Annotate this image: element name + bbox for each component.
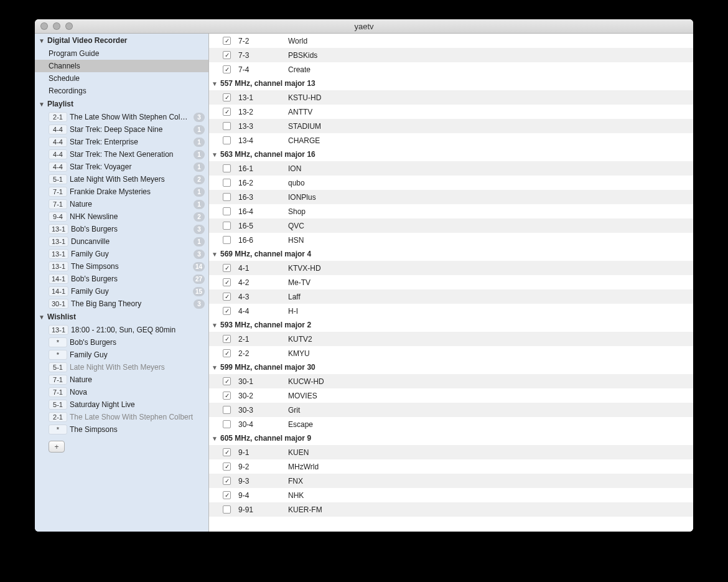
channel-checkbox[interactable] (223, 193, 231, 201)
sidebar-item-program-guide[interactable]: Program Guide (35, 47, 208, 60)
disclosure-triangle-icon[interactable]: ▼ (212, 364, 219, 371)
frequency-group-header[interactable]: ▼605 MHz, channel major 9 (209, 431, 693, 445)
section-header[interactable]: ▼Wishlist (35, 310, 208, 324)
channel-checkbox[interactable] (223, 136, 231, 144)
wishlist-item[interactable]: *The Simpsons (35, 423, 208, 436)
wishlist-item[interactable]: 7-1Nova (35, 386, 208, 398)
playlist-item[interactable]: 13-1The Simpsons14 (35, 260, 208, 273)
channel-checkbox[interactable] (223, 179, 231, 187)
channel-checkbox[interactable]: ✓ (223, 264, 231, 272)
channel-row[interactable]: ✓30-1KUCW-HD (209, 374, 693, 388)
playlist-item[interactable]: 30-1The Big Bang Theory3 (35, 298, 208, 310)
channel-row[interactable]: 16-3IONPlus (209, 190, 693, 204)
disclosure-triangle-icon[interactable]: ▼ (39, 314, 46, 321)
channel-checkbox[interactable]: ✓ (223, 392, 231, 400)
channel-row[interactable]: ✓4-1KTVX-HD (209, 261, 693, 275)
channel-row[interactable]: 13-3STADIUM (209, 119, 693, 133)
channel-row[interactable]: ✓2-2KMYU (209, 346, 693, 360)
channel-checkbox[interactable] (223, 420, 231, 428)
section-header[interactable]: ▼Playlist (35, 97, 208, 111)
channel-row[interactable]: ✓4-2Me-TV (209, 275, 693, 289)
channel-row[interactable]: ✓13-2ANTTV (209, 105, 693, 119)
channel-checkbox[interactable] (223, 406, 231, 414)
disclosure-triangle-icon[interactable]: ▼ (39, 37, 46, 44)
channel-checkbox[interactable] (223, 236, 231, 244)
playlist-item[interactable]: 9-4NHK Newsline2 (35, 210, 208, 223)
channel-checkbox[interactable] (223, 164, 231, 172)
disclosure-triangle-icon[interactable]: ▼ (39, 101, 46, 108)
disclosure-triangle-icon[interactable]: ▼ (212, 322, 219, 329)
channel-checkbox[interactable]: ✓ (223, 37, 231, 45)
channel-checkbox[interactable]: ✓ (223, 108, 231, 116)
channel-row[interactable]: 9-91KUER-FM (209, 502, 693, 517)
frequency-group-header[interactable]: ▼599 MHz, channel major 30 (209, 360, 693, 374)
channel-checkbox[interactable] (223, 222, 231, 230)
channel-row[interactable]: ✓9-3FNX (209, 474, 693, 488)
frequency-group-header[interactable]: ▼563 MHz, channel major 16 (209, 148, 693, 161)
playlist-item[interactable]: 7-1Frankie Drake Mysteries1 (35, 185, 208, 198)
channel-checkbox[interactable]: ✓ (223, 51, 231, 59)
channel-checkbox[interactable]: ✓ (223, 491, 231, 499)
disclosure-triangle-icon[interactable]: ▼ (212, 251, 219, 258)
channel-row[interactable]: 13-4CHARGE (209, 133, 693, 148)
channel-row[interactable]: 16-1ION (209, 161, 693, 176)
channel-row[interactable]: ✓7-2World (209, 34, 693, 48)
channel-checkbox[interactable]: ✓ (223, 65, 231, 73)
wishlist-item[interactable]: 7-1Nature (35, 373, 208, 386)
channel-row[interactable]: ✓2-1KUTV2 (209, 332, 693, 346)
playlist-item[interactable]: 4-4Star Trek: Voyager1 (35, 161, 208, 173)
playlist-item[interactable]: 4-4Star Trek: Deep Space Nine1 (35, 123, 208, 136)
wishlist-item[interactable]: *Family Guy (35, 349, 208, 361)
wishlist-item[interactable]: *Bob's Burgers (35, 336, 208, 349)
channel-checkbox[interactable]: ✓ (223, 335, 231, 343)
playlist-item[interactable]: 4-4Star Trek: The Next Generation1 (35, 148, 208, 161)
titlebar[interactable]: yaetv (35, 19, 693, 34)
channel-checkbox[interactable]: ✓ (223, 448, 231, 456)
channel-checkbox[interactable]: ✓ (223, 349, 231, 357)
channel-checkbox[interactable]: ✓ (223, 307, 231, 315)
wishlist-item[interactable]: 5-1Late Night With Seth Meyers (35, 361, 208, 373)
sidebar-item-channels[interactable]: Channels (35, 60, 208, 72)
playlist-item[interactable]: 4-4Star Trek: Enterprise1 (35, 136, 208, 148)
channel-row[interactable]: ✓9-2MHzWrld (209, 459, 693, 474)
playlist-item[interactable]: 14-1Bob's Burgers27 (35, 273, 208, 285)
channel-row[interactable]: ✓7-3PBSKids (209, 48, 693, 62)
channel-row[interactable]: ✓13-1KSTU-HD (209, 90, 693, 105)
channel-row[interactable]: ✓7-4Create (209, 62, 693, 77)
channel-row[interactable]: ✓4-4H-I (209, 304, 693, 318)
channel-checkbox[interactable]: ✓ (223, 93, 231, 101)
channel-checkbox[interactable]: ✓ (223, 462, 231, 471)
minimize-icon[interactable] (53, 22, 60, 30)
section-header[interactable]: ▼Digital Video Recorder (35, 34, 208, 47)
channel-checkbox[interactable] (223, 122, 231, 130)
playlist-item[interactable]: 7-1Nature1 (35, 198, 208, 210)
sidebar-item-schedule[interactable]: Schedule (35, 72, 208, 85)
disclosure-triangle-icon[interactable]: ▼ (212, 80, 219, 87)
playlist-item[interactable]: 2-1The Late Show With Stephen Colbert3 (35, 111, 208, 123)
disclosure-triangle-icon[interactable]: ▼ (212, 435, 219, 442)
channel-row[interactable]: ✓4-3Laff (209, 289, 693, 304)
channel-row[interactable]: ✓30-2MOVIES (209, 388, 693, 403)
playlist-item[interactable]: 13-1Duncanville1 (35, 235, 208, 248)
channel-checkbox[interactable]: ✓ (223, 477, 231, 485)
close-icon[interactable] (40, 22, 48, 30)
channel-row[interactable]: 30-3Grit (209, 403, 693, 417)
wishlist-item[interactable]: 13-118:00 - 21:00, Sun, GEQ 80min (35, 324, 208, 336)
frequency-group-header[interactable]: ▼569 MHz, channel major 4 (209, 247, 693, 261)
wishlist-item[interactable]: 5-1Saturday Night Live (35, 398, 208, 411)
channel-checkbox[interactable] (223, 207, 231, 215)
playlist-item[interactable]: 14-1Family Guy15 (35, 285, 208, 298)
channel-checkbox[interactable]: ✓ (223, 278, 231, 286)
frequency-group-header[interactable]: ▼593 MHz, channel major 2 (209, 318, 693, 332)
wishlist-item[interactable]: 2-1The Late Show With Stephen Colbert (35, 411, 208, 423)
channel-checkbox[interactable]: ✓ (223, 293, 231, 301)
playlist-item[interactable]: 13-1Family Guy3 (35, 248, 208, 260)
disclosure-triangle-icon[interactable]: ▼ (212, 151, 219, 158)
channel-row[interactable]: ✓9-4NHK (209, 488, 693, 502)
zoom-icon[interactable] (65, 22, 73, 30)
channel-row[interactable]: 16-4Shop (209, 204, 693, 218)
channel-row[interactable]: 16-6HSN (209, 233, 693, 247)
channel-row[interactable]: 30-4Escape (209, 417, 693, 431)
channel-checkbox[interactable]: ✓ (223, 377, 231, 385)
sidebar-item-recordings[interactable]: Recordings (35, 85, 208, 97)
